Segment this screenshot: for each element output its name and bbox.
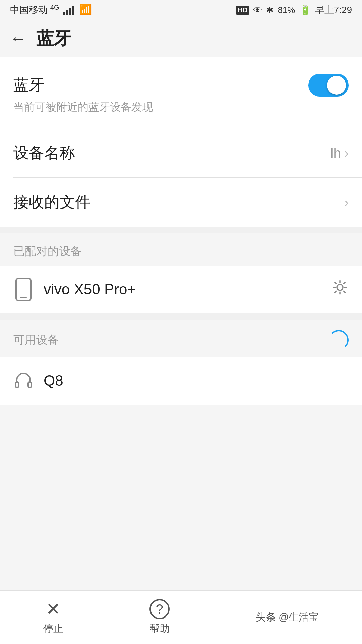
status-right: HD 👁 ✱ 81% 🔋 早上7:29 (236, 4, 352, 16)
carrier-text: 中国移动 (10, 5, 48, 15)
help-label: 帮助 (149, 622, 170, 636)
status-time: 早上7:29 (315, 4, 352, 16)
received-files-label: 接收的文件 (13, 192, 90, 213)
svg-point-2 (337, 284, 343, 290)
chevron-icon-files: › (344, 195, 349, 210)
toggle-knob (327, 76, 346, 95)
device-name-label: 设备名称 (13, 143, 75, 163)
paired-section-title: 已配对的设备 (13, 245, 82, 257)
spinner-animation (328, 330, 349, 350)
bluetooth-toggle-row: 蓝牙 (13, 74, 349, 97)
chevron-icon-device: › (344, 146, 349, 161)
account-button[interactable]: 头条 @生活宝 (256, 610, 319, 624)
bluetooth-label: 蓝牙 (13, 75, 44, 96)
gear-icon[interactable] (331, 279, 349, 300)
svg-rect-3 (15, 382, 19, 387)
help-icon: ? (149, 599, 170, 619)
page-header: ← 蓝牙 (0, 20, 362, 57)
available-device-q8[interactable]: Q8 (0, 357, 362, 405)
available-device-name: Q8 (44, 372, 63, 389)
received-files-item[interactable]: 接收的文件 › (0, 178, 362, 227)
stop-icon: ✕ (46, 599, 61, 619)
device-name-item[interactable]: 设备名称 lh › (0, 128, 362, 177)
paired-devices-list: vivo X50 Pro+ (0, 266, 362, 313)
bluetooth-toggle[interactable] (308, 74, 349, 97)
paired-device-vivo[interactable]: vivo X50 Pro+ (0, 266, 362, 313)
bluetooth-status-icon: ✱ (266, 5, 274, 15)
status-bar: 中国移动 4G 📶 HD 👁 ✱ 81% 🔋 早上7:29 (0, 0, 362, 20)
bottom-bar: ✕ 停止 ? 帮助 头条 @生活宝 (0, 590, 362, 644)
received-files-right: › (344, 195, 349, 210)
main-content: 蓝牙 当前可被附近的蓝牙设备发现 设备名称 lh › 接收的文件 › (0, 57, 362, 227)
phone-device-icon (13, 278, 34, 301)
available-section-title: 可用设备 (13, 332, 59, 348)
device-item-left: vivo X50 Pro+ (13, 278, 136, 301)
help-button[interactable]: ? 帮助 (149, 599, 170, 636)
section-gap-1 (0, 227, 362, 233)
device-name-right: lh › (330, 146, 349, 161)
device-item-left-q8: Q8 (13, 369, 63, 392)
bluetooth-toggle-section: 蓝牙 当前可被附近的蓝牙设备发现 (0, 57, 362, 128)
scanning-spinner (328, 330, 349, 350)
available-devices-list: Q8 (0, 357, 362, 405)
carrier-info: 中国移动 4G 📶 (10, 4, 92, 16)
account-label: 头条 @生活宝 (256, 610, 319, 624)
battery-icon: 🔋 (299, 5, 311, 16)
available-devices-section: 可用设备 Q8 (0, 320, 362, 405)
paired-devices-section: 已配对的设备 vivo X50 Pro+ (0, 233, 362, 313)
svg-rect-4 (28, 382, 32, 387)
stop-label: 停止 (43, 622, 63, 636)
eye-icon: 👁 (253, 5, 262, 15)
available-section-header: 可用设备 (0, 320, 362, 357)
paired-section-header: 已配对的设备 (0, 233, 362, 266)
page-title: 蓝牙 (36, 27, 71, 50)
device-name-value: lh (330, 146, 341, 161)
section-gap-2 (0, 313, 362, 320)
headphone-device-icon (13, 369, 34, 392)
battery-percent: 81% (278, 5, 295, 15)
back-button[interactable]: ← (10, 31, 26, 47)
hd-badge: HD (236, 6, 250, 15)
stop-button[interactable]: ✕ 停止 (43, 599, 63, 636)
bluetooth-subtitle: 当前可被附近的蓝牙设备发现 (13, 100, 349, 115)
paired-device-name: vivo X50 Pro+ (44, 281, 136, 298)
